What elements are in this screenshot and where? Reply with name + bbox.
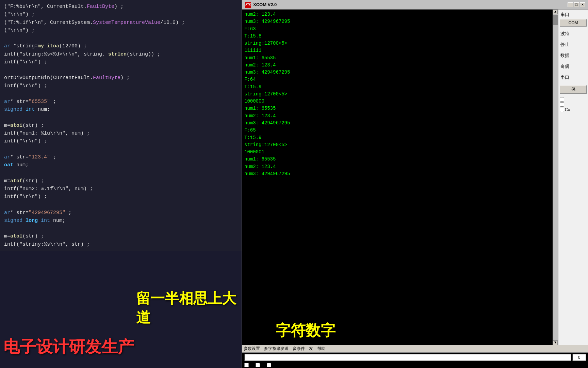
code-line: ortDivOutputBin(CurrentFault.FaultByte) …: [4, 74, 238, 82]
com-button[interactable]: COM: [560, 19, 587, 27]
code-editor: ("F:%bu\r\n", CurrentFault.FaultByte) ; …: [0, 0, 242, 251]
code-line: m=atoi(str) ;: [4, 122, 238, 129]
code-line: oat num;: [4, 161, 238, 169]
overlay-text-line2: 电子设计研发生产: [0, 336, 242, 358]
code-line: m=atof(str) ;: [4, 177, 238, 185]
checkbox-row-3: Co: [560, 107, 587, 112]
terminal-line: num1: 65535: [244, 156, 551, 163]
code-line: intf("string:%s<%d>\r\n", string, strlen…: [4, 50, 238, 58]
terminal-line: num3: 4294967295: [244, 120, 551, 127]
checkbox-1[interactable]: [560, 97, 564, 102]
xcom-send-input[interactable]: [244, 354, 571, 361]
terminal-line: num2: 123.4: [244, 163, 551, 170]
xcom-input-area: [242, 353, 588, 362]
send-checkbox-3[interactable]: [267, 363, 271, 367]
checkbox-row-2: [560, 102, 587, 107]
xcom-body: num2: 123.4 num3: 4294967295 F:63 T:15.8…: [242, 10, 588, 345]
terminal-line: num1: 65535: [244, 105, 551, 112]
save-button[interactable]: 保: [560, 85, 587, 94]
code-line: ar* str="65535" ;: [4, 98, 238, 106]
code-line: intf("\r\n") ;: [4, 58, 238, 66]
terminal-line: F:64: [244, 76, 551, 83]
code-line: [4, 169, 238, 177]
code-line: [4, 34, 238, 42]
checkbox-area-row-1: [244, 363, 250, 367]
terminal-line: string:12700<5>: [244, 91, 551, 98]
code-line: ("\r\n") ;: [4, 11, 238, 18]
scroll-down-button[interactable]: ▼: [553, 340, 558, 345]
checkbox-area-row-3: [267, 363, 273, 367]
checkbox-3[interactable]: [560, 108, 564, 112]
checkbox-row-1: [560, 97, 587, 102]
terminal-line: 1000000: [244, 98, 551, 105]
code-line: [4, 225, 238, 232]
xcom-scrollbar[interactable]: ▲ ▼: [553, 10, 558, 345]
code-line: intf("num2: %.1f\r\n", num) ;: [4, 185, 238, 193]
checkbox-area-row-2: [256, 363, 261, 367]
terminal-line: num1: 65535: [244, 55, 551, 62]
code-line: [4, 90, 238, 98]
right-sidebar: 串口 COM 波特 停止 数据 奇偶 串口 保: [558, 10, 588, 345]
code-line: [4, 66, 238, 74]
checkbox-3-label: Co: [565, 107, 570, 112]
terminal-line: string:12700<5>: [244, 40, 551, 47]
code-panel: ("F:%bu\r\n", CurrentFault.FaultByte) ; …: [0, 0, 242, 368]
overlay-text-line1: 留一半相思上大道: [0, 289, 242, 327]
code-line: [4, 114, 238, 122]
sidebar-label-stop: 停止: [560, 41, 587, 48]
code-line: intf("\r\n") ;: [4, 82, 238, 90]
code-line: intf("num1: %lu\r\n", num) ;: [4, 129, 238, 137]
code-line: ("\r\n") ;: [4, 27, 238, 34]
xcom-panel: ATK XCOM V2.0 _ □ × num2: 123.4 num3: 42…: [242, 0, 588, 368]
code-line: signed int num;: [4, 106, 238, 113]
terminal-line: string:12700<5>: [244, 141, 551, 149]
close-button[interactable]: ×: [580, 2, 585, 7]
terminal-line: num2: 123.4: [244, 112, 551, 120]
menu-help[interactable]: 帮助: [317, 346, 325, 352]
terminal-line: F:65: [244, 127, 551, 134]
send-checkbox-2[interactable]: [256, 363, 260, 367]
code-line: ar* str="123.4" ;: [4, 153, 238, 161]
code-line: [4, 145, 238, 153]
code-line: ar* str="4294967295" ;: [4, 209, 238, 217]
code-line: intf("striny:%s\r\n", str) ;: [4, 241, 238, 248]
terminal-line: T:15.8: [244, 33, 551, 40]
xcom-menubar: 参数设置 多字符串发送 多条件 发 帮助: [242, 345, 588, 353]
code-line: [4, 201, 238, 209]
menu-settings[interactable]: 参数设置: [244, 346, 260, 352]
code-line: intf("\r\n") ;: [4, 137, 238, 145]
terminal-line: F:63: [244, 26, 551, 33]
xcom-icon: ATK: [245, 2, 251, 8]
terminal-line: 111111: [244, 47, 551, 54]
scroll-up-button[interactable]: ▲: [553, 10, 558, 14]
menu-multicond[interactable]: 多条件: [293, 346, 305, 352]
sidebar-label-parity: 奇偶: [560, 63, 587, 70]
xcom-num-input[interactable]: [572, 354, 586, 361]
terminal-line: num2: 123.4: [244, 62, 551, 69]
terminal-line: T:15.9: [244, 83, 551, 91]
sidebar-label-serial: 串口: [560, 11, 587, 18]
terminal-line: T:15.9: [244, 134, 551, 141]
terminal-line: num2: 123.4: [244, 11, 551, 18]
code-line: ("T:%.1f\r\n", CurrentSystem.SystemTempe…: [4, 19, 238, 27]
terminal-line: num3: 4294967295: [244, 69, 551, 76]
maximize-button[interactable]: □: [574, 2, 579, 7]
code-line: m=atol(str) ;: [4, 232, 238, 240]
xcom-title: XCOM V2.0: [253, 2, 277, 7]
menu-multistr[interactable]: 多字符串发送: [264, 346, 289, 352]
scroll-thumb[interactable]: [553, 15, 558, 25]
sidebar-label-data: 数据: [560, 52, 587, 59]
terminal-line: num3: 4294967295: [244, 170, 551, 178]
send-checkbox-1[interactable]: [244, 363, 249, 367]
xcom-terminal: num2: 123.4 num3: 4294967295 F:63 T:15.8…: [242, 10, 553, 345]
code-line: ("F:%bu\r\n", CurrentFault.FaultByte) ;: [4, 3, 238, 11]
code-line: signed long int num;: [4, 217, 238, 225]
checkbox-2[interactable]: [560, 102, 564, 107]
code-line: intf("\r\n") ;: [4, 193, 238, 201]
menu-send[interactable]: 发: [309, 346, 313, 352]
sidebar-label-port: 串口: [560, 74, 587, 81]
code-line: ar *string=my_itoa(12700) ;: [4, 42, 238, 50]
minimize-button[interactable]: _: [568, 2, 573, 7]
terminal-line: num3: 4294967295: [244, 18, 551, 25]
xcom-titlebar: ATK XCOM V2.0 _ □ ×: [242, 0, 588, 10]
